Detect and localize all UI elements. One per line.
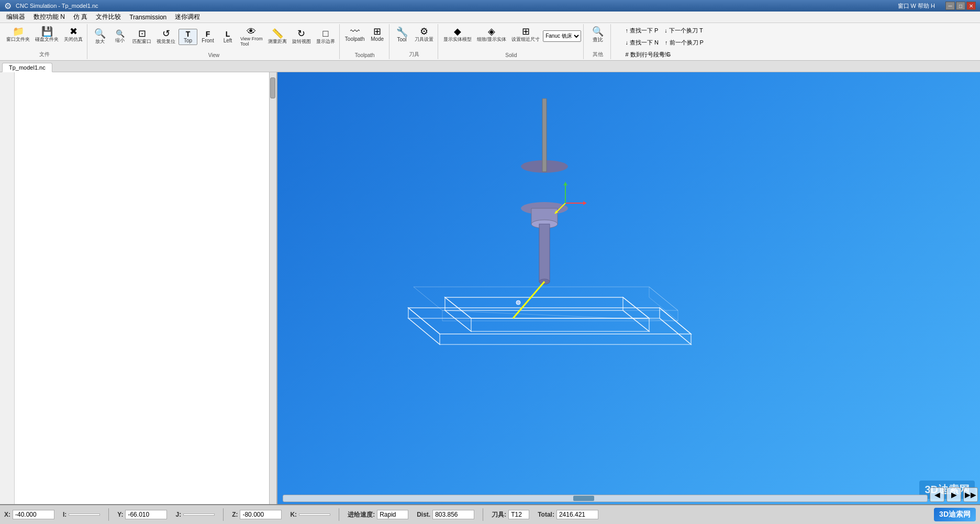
menu-item-transmission[interactable]: Transmission <box>125 13 171 22</box>
3d-viewport[interactable]: 3D迪索网 ◀ ▶ ▶▶ <box>277 72 980 504</box>
toolbar-group-solid: ◆ 显示实体模型 ◈ 细致/显示实体 ⊞ 设置细近尺寸 Fanuc 铣床 Sol… <box>439 24 584 59</box>
front-view-button[interactable]: F Front <box>198 29 217 45</box>
dist-value: 803.856 <box>432 510 474 519</box>
fit-window-button[interactable]: ⊡ 匹配窗口 <box>130 27 153 47</box>
i-value <box>69 514 100 516</box>
feed-value: Rapid <box>377 510 408 519</box>
code-scroll-area[interactable] <box>0 72 276 504</box>
left-view-button[interactable]: L Left <box>218 29 237 45</box>
mode-label: Mode <box>371 36 384 42</box>
code-editor <box>0 72 277 504</box>
tool-value: T12 <box>508 510 529 519</box>
horizontal-scrollbar[interactable] <box>283 495 928 502</box>
tool-group-label: 刀具 <box>409 51 419 58</box>
zoom-in-button[interactable]: 🔍 放大 <box>91 27 109 47</box>
k-label: K: <box>290 511 297 518</box>
measure-button[interactable]: 📏 测量距离 <box>266 27 289 47</box>
close-button[interactable]: ✕ <box>966 2 976 10</box>
find-next-button[interactable]: ↓ 查找一下 N <box>623 37 661 48</box>
status-divider-4 <box>483 508 483 521</box>
show-solid-button[interactable]: ◆ 显示实体模型 <box>441 25 474 44</box>
tool-icon: 🔧 <box>396 27 408 37</box>
code-content[interactable] <box>15 72 269 504</box>
rotate-view-button[interactable]: ↻ 旋转视图 <box>290 27 313 47</box>
search-group-label: 查找 <box>659 51 670 58</box>
svg-rect-19 <box>542 98 547 172</box>
menu-item-simulate[interactable]: 仿 真 <box>69 12 92 23</box>
status-field-y: Y: -66.010 <box>117 510 167 519</box>
compare-button[interactable]: 🔍 查比 <box>588 25 607 45</box>
toolbar-group-search: ↑ 查找一下 P ↓ 下一个换刀 T ↓ 查找一下 N ↑ 前一个换刀 P # … <box>612 24 717 59</box>
origin-marker <box>516 300 520 305</box>
i-label: I: <box>63 511 66 518</box>
window-folder-button[interactable]: 📁 窗口文件夹 <box>4 25 32 44</box>
show-bounds-button[interactable]: □ 显示边界 <box>314 27 337 47</box>
zoom-out-icon: 🔍 <box>116 30 125 37</box>
mode-icon: ⊞ <box>373 27 381 36</box>
logo: 3D迪索网 <box>934 508 976 521</box>
toolbar-group-tool: 🔧 Tool ⚙ 刀具设置 刀具 <box>391 24 438 59</box>
workpiece-outer <box>408 308 691 344</box>
show-bounds-label: 显示边界 <box>316 38 335 45</box>
status-field-x: X: -40.000 <box>4 510 54 519</box>
menu-item-cnc[interactable]: 数控功能 N <box>29 12 69 23</box>
tool-settings-icon: ⚙ <box>420 27 428 36</box>
scroll-h-thumb[interactable] <box>573 496 594 501</box>
show-bounds-icon: □ <box>322 29 328 38</box>
svg-marker-1 <box>660 308 691 344</box>
tool-settings-button[interactable]: ⚙ 刀具设置 <box>413 25 436 44</box>
set-detail-label: 设置细近尺寸 <box>511 36 540 43</box>
vertical-scrollbar[interactable] <box>269 72 276 504</box>
file-tab[interactable]: Tp_model1.nc <box>2 63 52 72</box>
k-value <box>299 514 330 516</box>
set-detail-button[interactable]: ⊞ 设置细近尺寸 <box>509 25 542 44</box>
next-tool-button[interactable]: ↓ 下一个换刀 T <box>662 25 705 36</box>
detail-solid-icon: ◈ <box>488 27 495 36</box>
show-solid-icon: ◆ <box>454 27 461 36</box>
status-field-k: K: <box>290 511 330 518</box>
tool-button[interactable]: 🔧 Tool <box>393 26 411 44</box>
machine-select[interactable]: Fanuc 铣床 <box>543 30 581 42</box>
detail-solid-button[interactable]: ◈ 细致/显示实体 <box>475 25 509 44</box>
j-label: J: <box>175 511 181 518</box>
prev-tool-button[interactable]: ↑ 前一个换刀 P <box>663 37 706 48</box>
disk-folder-button[interactable]: 💾 碰盘文件夹 <box>33 25 61 44</box>
total-value: 2416.421 <box>556 510 598 519</box>
titlebar-controls: ─ □ ✕ <box>945 2 976 10</box>
mode-button[interactable]: ⊞ Mode <box>368 25 387 43</box>
detail-solid-label: 细致/显示实体 <box>477 36 507 43</box>
top-view-button[interactable]: T Top <box>179 29 197 45</box>
tool-label: 刀具: <box>492 510 506 519</box>
close-sim-icon: ✖ <box>70 27 77 36</box>
menu-item-mini[interactable]: 迷你调程 <box>171 12 204 23</box>
minimize-button[interactable]: ─ <box>945 2 955 10</box>
scrollbar-thumb[interactable] <box>270 77 275 98</box>
toolbar-group-toolpath: 〰 Toolpath ⊞ Mode Toolpath <box>341 24 389 59</box>
close-sim-button[interactable]: ✖ 关闭仿真 <box>62 25 85 44</box>
front-view-label: Front <box>202 38 214 43</box>
dist-label: Dist. <box>417 511 430 518</box>
playback-controls: ◀ ▶ ▶▶ <box>930 487 978 502</box>
z-value: -80.000 <box>240 510 282 519</box>
view-from-tool-button[interactable]: 👁 View FromTool <box>238 25 265 48</box>
svg-marker-6 <box>445 297 471 331</box>
zoom-out-label: 缩小 <box>115 37 125 44</box>
status-field-tool: 刀具: T12 <box>492 510 529 519</box>
view-from-tool-label: View FromTool <box>240 36 263 47</box>
find-prev-button[interactable]: ↑ 查找一下 P <box>623 25 660 36</box>
toolpath-label: Toolpath <box>345 36 365 42</box>
menu-item-filecompare[interactable]: 文件比较 <box>92 12 125 23</box>
maximize-button[interactable]: □ <box>956 2 965 10</box>
svg-marker-25 <box>563 182 567 185</box>
find-prev-icon: ↑ 查找一下 P <box>625 27 658 35</box>
menu-item-editor[interactable]: 编辑器 <box>2 12 29 23</box>
status-field-total: Total: 2416.421 <box>538 510 598 519</box>
zoom-out-button[interactable]: 🔍 缩小 <box>110 28 129 46</box>
fit-window-icon: ⊡ <box>138 29 146 38</box>
play-prev-button[interactable]: ◀ <box>930 487 944 502</box>
play-fast-button[interactable]: ▶▶ <box>963 487 978 502</box>
x-value: -40.000 <box>13 510 54 519</box>
reset-view-button[interactable]: ↺ 视觉复位 <box>154 27 177 47</box>
toolpath-button[interactable]: 〰 Toolpath <box>343 25 367 43</box>
play-button[interactable]: ▶ <box>946 487 961 502</box>
